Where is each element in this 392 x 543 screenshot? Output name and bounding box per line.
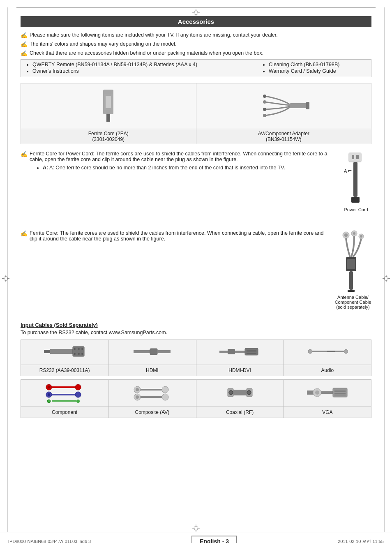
input-cables-title: Input Cables (Sold Separately)	[21, 322, 371, 328]
acc-item-1: QWERTY Remote (BN59-01134A / BN59-01134B…	[32, 62, 252, 67]
footer: [PD8000-NA]BN68-03447A-01L03.indb 3 Engl…	[0, 532, 392, 543]
rs232-cable-svg	[44, 342, 85, 361]
cables-table-row2: Component Composite (AV) Coaxial (RF) VG…	[21, 379, 371, 418]
svg-point-74	[76, 400, 80, 403]
svg-rect-25	[349, 153, 361, 162]
svg-rect-54	[235, 351, 245, 353]
crosshair-right	[383, 275, 390, 283]
svg-point-44	[78, 348, 80, 350]
svg-point-67	[48, 393, 50, 396]
accessories-left-col: QWERTY Remote (BN59-01134A / BN59-01134B…	[21, 60, 258, 77]
svg-point-43	[74, 348, 76, 350]
svg-point-46	[74, 353, 76, 355]
svg-rect-27	[356, 155, 359, 159]
composite-label: Composite (AV)	[108, 407, 196, 418]
hdmi-label: HDMI	[108, 365, 196, 376]
input-cables-section: Input Cables (Sold Separately) To purcha…	[21, 322, 371, 418]
svg-point-81	[162, 386, 168, 393]
note-2: ✍ The items' colors and shapes may vary …	[21, 41, 371, 48]
svg-rect-61	[327, 351, 335, 352]
composite-img-cell	[108, 380, 196, 407]
cables-table-row1: RS232 (AA39-00311A) HDMI HDMI-DVI Audio	[21, 340, 371, 376]
a-label: A ⌐	[332, 167, 363, 174]
svg-point-90	[315, 390, 319, 395]
vga-label: VGA	[284, 407, 371, 418]
footer-right: 2011-02-10 오전 11:55	[338, 538, 384, 543]
rs232-img-cell	[21, 340, 108, 365]
note-icon-4: ✍	[21, 151, 28, 157]
power-cord-svg	[341, 151, 371, 204]
vga-cable-svg	[307, 382, 348, 403]
svg-rect-18	[106, 114, 110, 122]
av-adapter-svg	[257, 93, 310, 120]
page-container: Accessories ✍ Please make sure the follo…	[0, 7, 392, 543]
content-area: Accessories ✍ Please make sure the follo…	[21, 16, 371, 418]
svg-rect-29	[351, 197, 360, 203]
svg-point-65	[48, 386, 50, 388]
acc-item-4: Warranty Card / Safety Guide	[269, 68, 366, 74]
svg-rect-80	[141, 396, 164, 398]
rs232-label: RS232 (AA39-00311A)	[21, 365, 108, 376]
svg-rect-79	[141, 389, 164, 390]
svg-rect-50	[150, 349, 157, 355]
svg-point-73	[75, 392, 81, 397]
svg-point-72	[75, 384, 81, 390]
svg-point-48	[81, 353, 83, 355]
hdmi-dvi-label: HDMI-DVI	[196, 365, 284, 376]
ferrite-note-2-text: ✍ Ferrite Core: The ferrite cores are us…	[21, 230, 371, 242]
svg-rect-19	[290, 103, 308, 108]
hdmi-dvi-cable-svg	[219, 342, 261, 361]
svg-rect-91	[321, 391, 333, 394]
footer-center: English - 3	[191, 536, 237, 543]
svg-rect-71	[52, 400, 76, 402]
coaxial-label: Coaxial (RF)	[196, 407, 284, 418]
av-adapter-label: AV/Component Adapter (BN39-01154W)	[196, 129, 371, 144]
note-icon-1: ✍	[21, 32, 28, 39]
accessories-right-col: Cleaning Cloth (BN63-01798B) Warranty Ca…	[257, 60, 371, 77]
composite-cable-svg	[131, 382, 173, 403]
svg-point-31	[344, 233, 348, 237]
audio-img-cell	[284, 340, 371, 365]
crosshair-left	[2, 275, 9, 283]
svg-point-47	[78, 353, 80, 355]
svg-point-87	[247, 390, 251, 395]
svg-rect-38	[349, 271, 353, 290]
svg-rect-53	[228, 349, 235, 354]
note-1: ✍ Please make sure the following items a…	[21, 32, 371, 39]
svg-rect-69	[52, 386, 76, 388]
svg-point-35	[360, 235, 362, 238]
av-adapter-img-cell	[196, 83, 371, 129]
accessories-list-table: QWERTY Remote (BN59-01134A / BN59-01134B…	[21, 59, 371, 77]
hdmi-img-cell	[108, 340, 196, 365]
ferrite-bullet-a: A: A: One ferrite core should be no more…	[43, 165, 371, 171]
ferrite-note-1-block: Power Cord A ⌐ ✍ Ferrite Core for Power …	[21, 151, 371, 224]
svg-point-82	[162, 394, 168, 400]
svg-rect-41	[50, 349, 73, 354]
component-img-cell	[21, 380, 108, 407]
input-cables-desc: To purchase the RS232 cable, contact www…	[21, 330, 371, 335]
svg-rect-39	[348, 290, 355, 292]
note-icon-5: ✍	[21, 230, 28, 237]
crosshair-top	[192, 9, 200, 18]
hdmi-dvi-img-cell	[196, 340, 284, 365]
svg-point-59	[308, 349, 312, 354]
svg-rect-51	[157, 350, 171, 353]
svg-point-21	[263, 95, 266, 98]
audio-cable-svg	[307, 342, 348, 361]
svg-point-33	[353, 232, 355, 235]
coaxial-cable-svg	[219, 382, 261, 403]
power-cord-figure: Power Cord A ⌐	[341, 151, 371, 220]
svg-point-45	[81, 348, 83, 350]
ferrite-note-2-block: Antenna Cable/ Component Cable (sold sep…	[21, 230, 371, 310]
section-title: Accessories	[21, 16, 371, 27]
ferrite-core-img-cell	[21, 83, 196, 129]
svg-rect-52	[219, 351, 228, 353]
svg-rect-20	[306, 102, 309, 109]
svg-rect-49	[134, 350, 150, 353]
hdmi-cable-svg	[131, 342, 173, 361]
svg-point-24	[263, 114, 266, 117]
vga-img-cell	[284, 380, 371, 407]
ferrite-note-1-text: ✍ Ferrite Core for Power Cord: The ferri…	[21, 151, 371, 171]
top-border-line	[16, 7, 376, 8]
svg-rect-42	[73, 347, 84, 356]
